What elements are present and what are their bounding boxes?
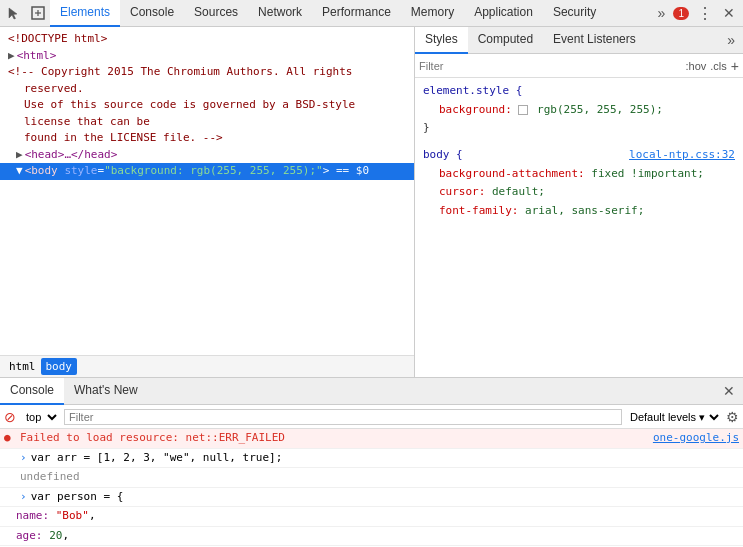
body-style-section: body { local-ntp.css:32 background-attac… [423,146,735,221]
console-level-select[interactable]: Default levels ▾ [626,410,722,424]
body-tag: <body [25,164,65,177]
element-style-selector: element.style { [423,82,735,101]
html-line-comment1[interactable]: <!-- Copyright 2015 The Chromium Authors… [0,64,414,81]
devtools-menu-button[interactable]: ⋮ [693,1,717,25]
console-row-person: › var person = { [0,488,743,508]
css-source-link[interactable]: local-ntp.css:32 [629,146,735,165]
close-brace: } [423,121,430,134]
val-name: "Bob" [56,509,89,522]
body-selector: body { [423,146,463,165]
name-msg: name: "Bob", [16,508,739,525]
more-styles-tabs[interactable]: » [719,32,743,48]
console-content: ● Failed to load resource: net::ERR_FAIL… [0,429,743,547]
console-stop-icon[interactable]: ⊘ [4,409,16,425]
color-swatch[interactable] [518,105,528,115]
console-context-select[interactable]: top [20,410,60,424]
comment-text5: found in the LICENSE file. --> [24,131,223,144]
breadcrumb-html[interactable]: html [4,358,41,375]
tab-performance[interactable]: Performance [312,0,401,27]
console-close-button[interactable]: ✕ [715,383,743,399]
head-close-tag: </head> [71,148,117,161]
property-background: background: [439,103,512,116]
devtools-main: <!DOCTYPE html> ▶<html> <!-- Copyright 2… [0,27,743,377]
value-background: rgb(255, 255, 255); [537,103,663,116]
body-selector-row: body { local-ntp.css:32 [423,146,735,165]
error-icon: ● [4,430,20,447]
console-toolbar: ⊘ top Default levels ▾ ⚙ [0,405,743,429]
more-tabs-button[interactable]: » [651,1,671,25]
expand-icon: ▶ [8,49,15,62]
console-row-age: age: 20, [0,527,743,547]
tab-console[interactable]: Console [120,0,184,27]
tab-application[interactable]: Application [464,0,543,27]
prop-cursor: cursor: [439,185,485,198]
tab-event-listeners[interactable]: Event Listeners [543,27,646,54]
console-settings-icon[interactable]: ⚙ [726,409,739,425]
tab-memory[interactable]: Memory [401,0,464,27]
expand-body-icon: ▼ [16,164,23,177]
prop-bg-attach: background-attachment: [439,167,585,180]
html-line-comment4[interactable]: license that can be [0,114,414,131]
tab-security[interactable]: Security [543,0,606,27]
person-arrow[interactable]: › [20,489,27,506]
html-line-html[interactable]: ▶<html> [0,48,414,65]
html-line-comment3[interactable]: Use of this source code is governed by a… [0,97,414,114]
comment-text: <!-- Copyright 2015 The Chromium Authors… [8,65,352,78]
doctype-text: <!DOCTYPE html> [8,32,107,45]
console-area: Console What's New ✕ ⊘ top Default level… [0,377,743,547]
html-line-body[interactable]: ▼<body style="background: rgb(255, 255, … [0,163,414,180]
tab-computed[interactable]: Computed [468,27,543,54]
arr-arrow[interactable]: › [20,450,27,467]
expand-head-icon: ▶ [16,148,23,161]
tab-whats-new[interactable]: What's New [64,378,148,405]
comment-text4: license that can be [24,115,150,128]
style-font-family: font-family: arial, sans-serif; [423,202,735,221]
comment-text2: reserved. [24,82,84,95]
html-line-doctype[interactable]: <!DOCTYPE html> [0,31,414,48]
styles-tabs: Styles Computed Event Listeners » [415,27,743,54]
tab-network[interactable]: Network [248,0,312,27]
tab-styles[interactable]: Styles [415,27,468,54]
error-msg: Failed to load resource: net::ERR_FAILED [20,430,645,447]
hover-toggle[interactable]: :hov [686,60,707,72]
undef1-msg: undefined [20,469,80,486]
val-cursor: default; [492,185,545,198]
style-bg-attachment: background-attachment: fixed !important; [423,165,735,184]
tab-elements[interactable]: Elements [50,0,120,27]
styles-filter-bar: :hov .cls + [415,54,743,78]
console-header: Console What's New ✕ [0,378,743,405]
head-ellipsis: … [64,148,71,161]
tab-console-bottom[interactable]: Console [0,378,64,405]
key-age: age: [16,529,49,542]
cursor-icon[interactable] [2,1,26,25]
breadcrumb-body[interactable]: body [41,358,78,375]
element-style-section: element.style { background: rgb(255, 255… [423,82,735,138]
inspect-icon[interactable] [26,1,50,25]
age-msg: age: 20, [16,528,739,545]
style-cursor: cursor: default; [423,183,735,202]
tab-sources[interactable]: Sources [184,0,248,27]
key-name: name: [16,509,56,522]
console-row-name: name: "Bob", [0,507,743,527]
add-style-rule-button[interactable]: + [731,58,739,74]
console-row-error: ● Failed to load resource: net::ERR_FAIL… [0,429,743,449]
cls-toggle[interactable]: .cls [710,60,727,72]
selector-text: element.style { [423,84,522,97]
console-filter-input[interactable] [64,409,622,425]
breadcrumb: html body [0,355,414,377]
style-property-bg: background: rgb(255, 255, 255); [423,101,735,120]
styles-filter-input[interactable] [419,60,682,72]
html-line-comment5[interactable]: found in the LICENSE file. --> [0,130,414,147]
elements-content: <!DOCTYPE html> ▶<html> <!-- Copyright 2… [0,27,414,355]
devtools-close-button[interactable]: ✕ [717,1,741,25]
html-line-comment2[interactable]: reserved. [0,81,414,98]
styles-panel: Styles Computed Event Listeners » :hov .… [415,27,743,377]
arr-msg: var arr = [1, 2, 3, "we", null, true]; [31,450,739,467]
console-row-arr: › var arr = [1, 2, 3, "we", null, true]; [0,449,743,469]
element-style-close: } [423,119,735,138]
prop-font-family: font-family: [439,204,518,217]
person-msg: var person = { [31,489,739,506]
html-line-head[interactable]: ▶<head>…</head> [0,147,414,164]
error-source[interactable]: one-google.js [653,430,739,447]
svg-marker-0 [9,8,17,19]
